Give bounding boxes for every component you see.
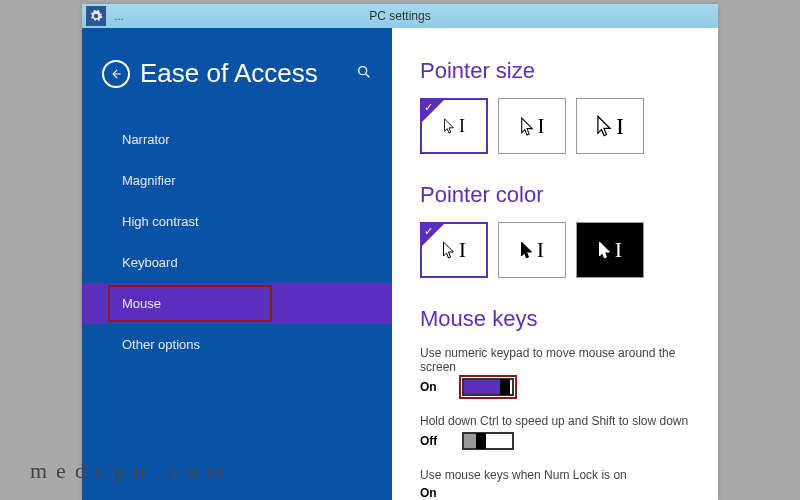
sidebar-item-high-contrast[interactable]: High contrast: [82, 201, 392, 242]
pointer-size-small[interactable]: ✓ I: [420, 98, 488, 154]
cursor-arrow-icon: I: [596, 114, 624, 138]
sidebar-item-other-options[interactable]: Other options: [82, 324, 392, 365]
pointer-size-large[interactable]: I: [576, 98, 644, 154]
sidebar-item-narrator[interactable]: Narrator: [82, 119, 392, 160]
back-button[interactable]: [102, 60, 130, 88]
search-icon[interactable]: [356, 64, 372, 83]
setting-ctrl-shift: Hold down Ctrl to speed up and Shift to …: [420, 414, 690, 450]
pointer-size-medium[interactable]: I: [498, 98, 566, 154]
pointer-color-title: Pointer color: [420, 182, 690, 208]
sidebar: Ease of Access Narrator Magnifier High c…: [82, 28, 392, 500]
pc-settings-window: … PC settings Ease of Access Narrator Ma…: [82, 4, 718, 500]
sidebar-item-magnifier[interactable]: Magnifier: [82, 160, 392, 201]
check-icon: ✓: [424, 101, 433, 114]
cursor-ibeam-icon: I: [615, 239, 622, 261]
pointer-size-title: Pointer size: [420, 58, 690, 84]
setting-label: Use mouse keys when Num Lock is on: [420, 468, 690, 482]
toggle-ctrl-shift[interactable]: [462, 432, 514, 450]
titlebar: … PC settings: [82, 4, 718, 28]
check-icon: ✓: [424, 225, 433, 238]
watermark: medcpu.com: [30, 458, 233, 484]
setting-num-lock: Use mouse keys when Num Lock is on On: [420, 468, 690, 500]
toggle-numeric-keypad[interactable]: [462, 378, 514, 396]
back-arrow-icon: [109, 67, 123, 81]
pointer-color-white[interactable]: ✓ I: [420, 222, 488, 278]
window-title: PC settings: [369, 9, 430, 23]
cursor-arrow-icon: I: [442, 239, 466, 261]
cursor-arrow-icon: I: [443, 117, 465, 135]
menu-dots[interactable]: …: [114, 11, 125, 22]
setting-state: On: [420, 486, 446, 500]
cursor-ibeam-icon: I: [538, 116, 545, 137]
pointer-size-options: ✓ I I I: [420, 98, 690, 154]
cursor-ibeam-icon: I: [459, 239, 466, 261]
setting-label: Hold down Ctrl to speed up and Shift to …: [420, 414, 690, 428]
svg-point-0: [359, 67, 367, 75]
pointer-color-invert[interactable]: I: [576, 222, 644, 278]
sidebar-header: Ease of Access: [82, 58, 392, 89]
page-title: Ease of Access: [140, 58, 318, 89]
mouse-keys-title: Mouse keys: [420, 306, 690, 332]
cursor-ibeam-icon: I: [616, 114, 624, 138]
content-area: Ease of Access Narrator Magnifier High c…: [82, 28, 718, 500]
svg-line-1: [366, 74, 369, 77]
setting-state: On: [420, 380, 446, 394]
cursor-arrow-icon: I: [520, 116, 545, 137]
setting-state: Off: [420, 434, 446, 448]
cursor-arrow-icon: I: [520, 239, 544, 261]
pointer-color-black[interactable]: I: [498, 222, 566, 278]
gear-icon: [86, 6, 106, 26]
sidebar-item-keyboard[interactable]: Keyboard: [82, 242, 392, 283]
sidebar-item-mouse[interactable]: Mouse: [82, 283, 392, 324]
pointer-color-options: ✓ I I I: [420, 222, 690, 278]
cursor-ibeam-icon: I: [459, 117, 465, 135]
cursor-arrow-icon: I: [598, 239, 622, 261]
cursor-ibeam-icon: I: [537, 239, 544, 261]
setting-label: Use numeric keypad to move mouse around …: [420, 346, 690, 374]
main-panel: Pointer size ✓ I I: [392, 28, 718, 500]
setting-numeric-keypad: Use numeric keypad to move mouse around …: [420, 346, 690, 396]
